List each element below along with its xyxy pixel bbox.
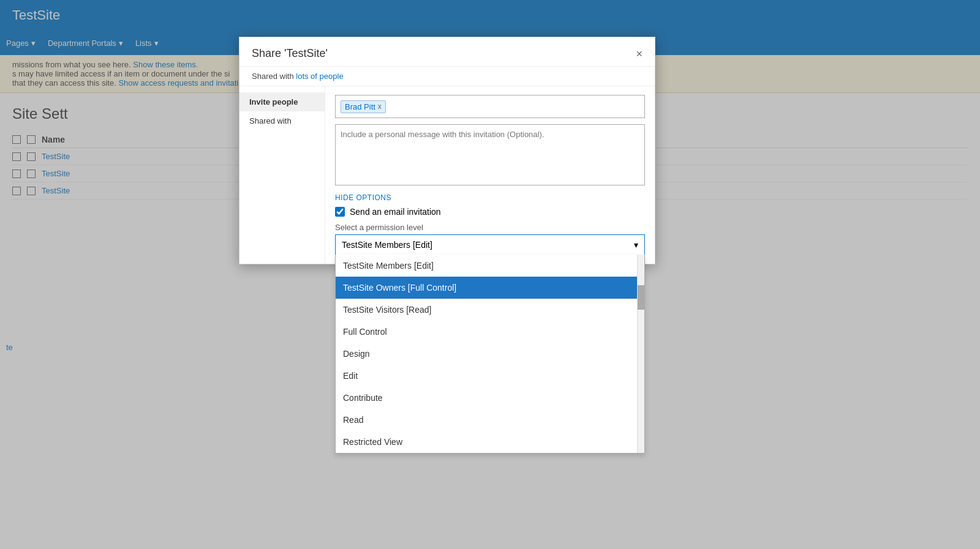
personal-message-input[interactable] [335, 124, 645, 185]
dropdown-option-owners-full[interactable]: TestSite Owners [Full Control] [336, 277, 644, 299]
close-button[interactable]: × [636, 48, 643, 59]
lots-of-people-link[interactable]: lots of people [296, 72, 343, 81]
dropdown-option-read[interactable]: Read [336, 409, 644, 431]
nav-invite-people[interactable]: Invite people [239, 92, 325, 111]
dialog-title: Share 'TestSite' [252, 47, 328, 60]
dropdown-option-contribute[interactable]: Contribute [336, 387, 644, 409]
permission-select-header[interactable]: TestSite Members [Edit] ▾ [336, 235, 644, 255]
dropdown-option-edit[interactable]: Edit [336, 365, 644, 387]
dialog-header: Share 'TestSite' × [239, 37, 655, 67]
selected-permission-text: TestSite Members [Edit] [342, 240, 432, 250]
invite-tag-name: Brad Pitt [345, 102, 375, 111]
invite-tag: Brad Pitt x [341, 100, 386, 113]
dropdown-option-full-control[interactable]: Full Control [336, 321, 644, 343]
dropdown-option-visitors-read[interactable]: TestSite Visitors [Read] [336, 299, 644, 321]
dropdown-option-design[interactable]: Design [336, 343, 644, 365]
dialog-body: Invite people Shared with Brad Pitt x HI… [239, 86, 655, 264]
shared-with-subtitle: Shared with lots of people [239, 67, 655, 86]
send-email-label: Send an email invitation [350, 207, 441, 217]
dialog-main: Brad Pitt x HIDE OPTIONS Send an email i… [325, 86, 655, 264]
send-email-option: Send an email invitation [335, 207, 645, 217]
hide-options-toggle[interactable]: HIDE OPTIONS [335, 193, 645, 202]
permission-select[interactable]: TestSite Members [Edit] ▾ TestSite Membe… [335, 234, 645, 255]
nav-shared-with[interactable]: Shared with [239, 111, 325, 130]
scrollbar-thumb[interactable] [638, 285, 645, 310]
dropdown-option-members-edit[interactable]: TestSite Members [Edit] [336, 255, 644, 277]
dropdown-option-restricted-view[interactable]: Restricted View [336, 431, 644, 453]
scrollbar-track [637, 255, 644, 453]
share-dialog: Share 'TestSite' × Shared with lots of p… [239, 37, 655, 264]
send-email-checkbox[interactable] [335, 207, 345, 217]
invite-people-input[interactable]: Brad Pitt x [335, 95, 645, 118]
permission-dropdown: TestSite Members [Edit] TestSite Owners … [335, 255, 645, 454]
remove-tag-button[interactable]: x [378, 102, 382, 111]
permission-level-label: Select a permission level [335, 223, 645, 232]
dialog-sidebar: Invite people Shared with [239, 86, 325, 264]
dropdown-arrow-icon: ▾ [634, 240, 638, 250]
